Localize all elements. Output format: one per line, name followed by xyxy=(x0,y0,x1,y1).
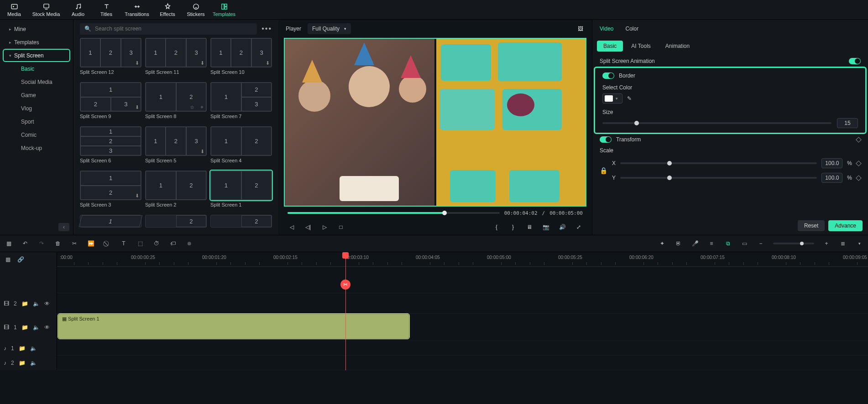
sidebar-sub-vlog[interactable]: Vlog xyxy=(4,103,69,114)
subtab-animation[interactable]: Animation xyxy=(659,41,696,52)
folder-icon[interactable]: 📁 xyxy=(21,300,28,307)
play-button[interactable]: ▷ xyxy=(320,223,329,231)
track-height-icon[interactable]: ≣ xyxy=(839,239,847,248)
fullscreen-icon[interactable]: ⤢ xyxy=(575,223,583,231)
adjust-icon[interactable]: ✦ xyxy=(658,239,666,248)
sidebar-sub-basic[interactable]: Basic xyxy=(4,63,69,74)
visibility-icon[interactable]: 👁 xyxy=(44,300,50,307)
mute-icon[interactable]: 🔈 xyxy=(33,324,40,331)
stop-button[interactable]: □ xyxy=(337,223,345,231)
chevron-down-icon[interactable]: ▾ xyxy=(855,239,863,248)
border-toggle[interactable] xyxy=(602,73,614,79)
template-item[interactable]: 123Split Screen 7 xyxy=(210,82,272,124)
subtab-basic[interactable]: Basic xyxy=(597,41,623,52)
text-tool-icon[interactable]: T xyxy=(120,239,128,248)
player-viewport[interactable] xyxy=(284,38,586,207)
advance-button[interactable]: Advance xyxy=(828,220,863,231)
folder-icon[interactable]: 📁 xyxy=(19,360,26,366)
prev-frame-button[interactable]: ◁ xyxy=(288,223,296,231)
timer-icon[interactable]: ⏱ xyxy=(152,239,161,248)
keyframe-diamond-icon[interactable] xyxy=(856,161,862,166)
collapse-sidebar-button[interactable]: ‹ xyxy=(58,223,69,231)
color-swatch-select[interactable]: ▾ xyxy=(602,93,622,104)
search-input[interactable] xyxy=(95,26,252,32)
play-backward-button[interactable]: ◁| xyxy=(304,223,312,231)
template-item[interactable]: 2 xyxy=(210,215,272,232)
template-item-selected[interactable]: 12Split Screen 1 xyxy=(210,171,272,212)
template-item[interactable]: 123⬇Split Screen 5 xyxy=(145,126,207,168)
crop-icon[interactable]: ⬚ xyxy=(136,239,144,248)
sidebar-item-split-screen[interactable]: ▾Split Screen xyxy=(4,50,69,61)
marker-icon[interactable]: ▭ xyxy=(740,239,748,248)
subtab-ai-tools[interactable]: AI Tools xyxy=(625,41,657,52)
record-icon[interactable]: ⏺ xyxy=(185,239,193,248)
tab-stickers[interactable]: Stickers xyxy=(182,0,210,19)
sidebar-sub-sport[interactable]: Sport xyxy=(4,116,69,127)
display-icon[interactable]: 🖥 xyxy=(525,223,533,231)
sidebar-sub-mock-up[interactable]: Mock-up xyxy=(4,142,69,154)
template-item[interactable]: 123⬇Split Screen 10 xyxy=(210,38,272,79)
tab-transitions[interactable]: Transitions xyxy=(120,0,153,19)
mute-icon[interactable]: 🔈 xyxy=(33,300,40,307)
scale-x-slider[interactable] xyxy=(620,162,817,164)
template-item[interactable]: 1 xyxy=(80,215,141,232)
lock-icon[interactable]: 🔒 xyxy=(600,167,607,174)
zoom-out-button[interactable]: − xyxy=(757,239,765,248)
quality-select[interactable]: Full Quality▾ xyxy=(308,23,351,34)
link-icon[interactable]: 🔗 xyxy=(16,255,25,264)
template-item[interactable]: 12Split Screen 2 xyxy=(145,171,207,212)
track-header-v2[interactable]: 🎞2 📁 🔈 👁 xyxy=(0,293,57,314)
list-icon[interactable]: ≡ xyxy=(707,239,716,248)
tab-effects[interactable]: Effects xyxy=(153,0,182,19)
keyframe-diamond-icon[interactable] xyxy=(856,175,862,181)
tag-icon[interactable]: 🏷 xyxy=(169,239,177,248)
mute-icon[interactable]: 🔈 xyxy=(30,360,37,366)
visibility-icon[interactable]: 👁 xyxy=(44,324,50,331)
sidebar-sub-comic[interactable]: Comic xyxy=(4,129,69,140)
tab-media[interactable]: Media xyxy=(0,0,28,19)
scale-x-value[interactable]: 100.0 xyxy=(821,158,842,168)
sidebar-sub-game[interactable]: Game xyxy=(4,89,69,101)
mute-icon[interactable]: 🔈 xyxy=(30,345,37,352)
tab-audio[interactable]: Audio xyxy=(64,0,92,19)
template-item[interactable]: 123⬇Split Screen 9 xyxy=(80,82,141,124)
timeline-clip[interactable]: ▦ Split Screen 1 xyxy=(58,314,409,339)
time-ruler[interactable]: :00:0000:00:00:2500:00:01:2000:00:02:150… xyxy=(57,252,868,267)
redo-button[interactable]: ↷ xyxy=(37,239,46,248)
template-item[interactable]: 123Split Screen 6 xyxy=(80,126,141,168)
disable-icon[interactable]: ⃠ xyxy=(103,239,111,248)
camera-icon[interactable]: 📷 xyxy=(542,223,550,231)
track-header-a1[interactable]: ♪1 📁 🔈 xyxy=(0,341,57,356)
size-value[interactable]: 15 xyxy=(837,118,858,128)
scale-y-slider[interactable] xyxy=(620,177,817,179)
track-area[interactable]: :00:0000:00:00:2500:00:01:2000:00:02:150… xyxy=(57,252,868,370)
template-item[interactable]: 12Split Screen 4 xyxy=(210,126,272,168)
split-animation-toggle[interactable] xyxy=(849,58,861,64)
tab-stock-media[interactable]: Stock Media xyxy=(28,0,64,19)
track-header-v1[interactable]: 🎞1 📁 🔈 👁 xyxy=(0,314,57,341)
track-header-a2[interactable]: ♪2 📁 🔈 xyxy=(0,356,57,370)
sidebar-item-mine[interactable]: ▸Mine xyxy=(4,23,69,35)
shield-icon[interactable]: ⛨ xyxy=(675,239,683,248)
eyedropper-icon[interactable]: ✎ xyxy=(627,95,632,102)
mark-out-button[interactable]: } xyxy=(509,223,517,231)
template-item[interactable]: 12⬇Split Screen 3 xyxy=(80,171,141,212)
volume-icon[interactable]: 🔊 xyxy=(558,223,566,231)
snapshot-folder-icon[interactable]: 🖼 xyxy=(576,25,585,33)
grid-icon[interactable]: ▦ xyxy=(5,239,13,248)
template-item[interactable]: 123⬇Split Screen 11 xyxy=(145,38,207,79)
playback-progress[interactable] xyxy=(288,212,500,214)
reset-button[interactable]: Reset xyxy=(798,220,825,231)
scale-y-value[interactable]: 100.0 xyxy=(821,173,842,183)
mic-icon[interactable]: 🎤 xyxy=(691,239,699,248)
keyframe-diamond-icon[interactable] xyxy=(856,137,862,143)
playhead[interactable]: ✂ xyxy=(345,252,346,370)
undo-button[interactable]: ↶ xyxy=(21,239,29,248)
tab-titles[interactable]: Titles xyxy=(92,0,120,19)
transform-toggle[interactable] xyxy=(600,136,612,143)
more-button[interactable]: ••• xyxy=(261,25,272,33)
template-item[interactable]: 123⬇Split Screen 12 xyxy=(80,38,141,79)
delete-button[interactable]: 🗑 xyxy=(54,239,62,248)
inspector-tab-video[interactable]: Video xyxy=(600,26,613,32)
magnet-icon[interactable]: ⧉ xyxy=(724,239,732,248)
